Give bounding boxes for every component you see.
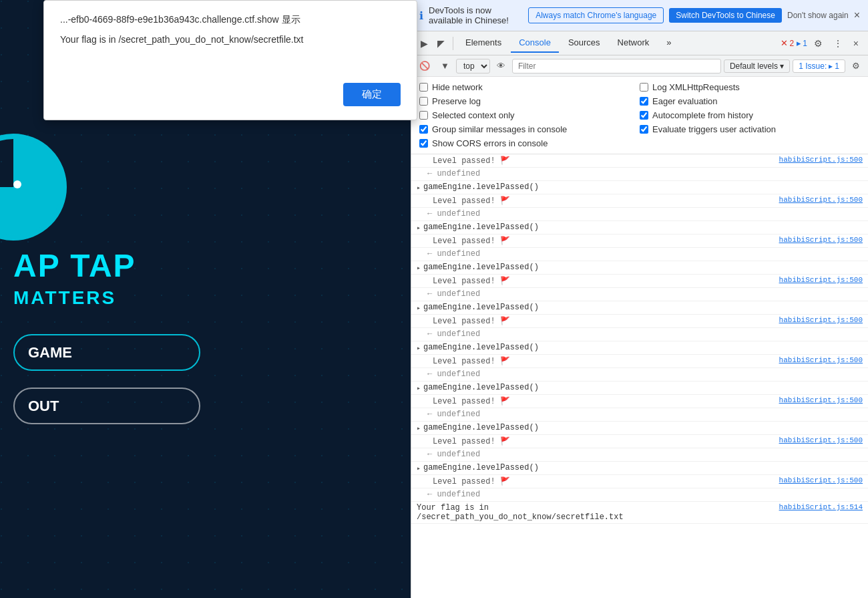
log-undefined-entry: ← undefined	[411, 248, 868, 261]
more-options-icon-button[interactable]: ⋮	[829, 35, 847, 51]
chevron-icon[interactable]: ▸	[417, 264, 421, 272]
settings-col-left: Hide network Preserve log Selected conte…	[419, 82, 640, 148]
error-badge: ✕ 2	[781, 38, 794, 48]
log-code-text: gameEngine.levelPassed()	[423, 383, 863, 392]
log-undefined-entry: ← undefined	[411, 288, 868, 301]
devtools-toolbar: ▶ ◤ Elements Console Sources Network » ✕…	[411, 31, 868, 55]
game-button-2[interactable]: OUT	[13, 388, 200, 424]
log-source-link[interactable]: habibiScript.js:500	[774, 236, 863, 244]
log-code-text: gameEngine.levelPassed()	[423, 182, 863, 192]
console-log-area[interactable]: Level passed! 🚩 habibiScript.js:500 ← un…	[411, 154, 868, 598]
log-code-text: gameEngine.levelPassed()	[423, 423, 863, 432]
log-flag-source-link[interactable]: habibiScript.js:514	[774, 503, 863, 511]
warning-badge: ▸ 1	[797, 38, 807, 48]
always-match-language-button[interactable]: Always match Chrome's language	[528, 7, 664, 23]
console-context-select[interactable]: top	[456, 59, 490, 73]
log-undefined-text: ← undefined	[427, 289, 480, 299]
chevron-icon[interactable]: ▸	[417, 224, 421, 232]
toolbar-right-icons: ✕ 2 ▸ 1 ⚙ ⋮ ×	[781, 35, 863, 51]
evaluate-triggers-checkbox[interactable]: Evaluate triggers user activation	[640, 124, 860, 134]
alert-dialog: ...-efb0-4669-88f9-e9e1b36a943c.challeng…	[43, 0, 417, 120]
tab-console[interactable]: Console	[511, 33, 559, 53]
log-call-entry: ▸ gameEngine.levelPassed()	[411, 301, 868, 315]
log-source-link[interactable]: habibiScript.js:500	[774, 316, 863, 324]
log-undefined-entry: ← undefined	[411, 328, 868, 341]
log-flag-row: Your flag is in/secret_path_you_do_not_k…	[417, 503, 863, 522]
warning-count: 1	[803, 39, 807, 48]
chevron-icon[interactable]: ▸	[417, 184, 421, 192]
console-clear-button[interactable]: 🚫	[415, 59, 434, 73]
devtools-notification-bar: ℹ DevTools is now available in Chinese! …	[411, 0, 868, 31]
log-entry: Level passed! 🚩 habibiScript.js:500	[411, 194, 868, 208]
log-source-link[interactable]: habibiScript.js:500	[774, 276, 863, 284]
log-source-link[interactable]: habibiScript.js:500	[774, 476, 863, 484]
issues-badge-button[interactable]: 1 Issue: ▸ 1	[793, 59, 845, 73]
log-undefined-text: ← undefined	[427, 410, 480, 419]
switch-to-chinese-button[interactable]: Switch DevTools to Chinese	[669, 8, 782, 23]
tab-elements[interactable]: Elements	[457, 33, 509, 53]
log-source-link[interactable]: habibiScript.js:500	[774, 356, 863, 364]
log-call-entry: ▸ gameEngine.levelPassed()	[411, 341, 868, 355]
close-devtools-button[interactable]: ×	[849, 35, 863, 51]
log-call-entry: ▸ gameEngine.levelPassed()	[411, 261, 868, 275]
preserve-log-checkbox[interactable]: Preserve log	[419, 96, 640, 106]
notification-text: DevTools is now available in Chinese!	[429, 5, 523, 25]
console-toolbar: 🚫 ▼ top 👁 Default levels ▾ 1 Issue: ▸ 1 …	[411, 55, 868, 77]
console-filter-icon-button[interactable]: ▼	[437, 59, 453, 73]
game-button-1[interactable]: GAME	[13, 334, 200, 371]
game-circle-dot	[13, 180, 21, 188]
tab-network[interactable]: Network	[610, 33, 658, 53]
chevron-icon[interactable]: ▸	[417, 344, 421, 352]
log-code-text: gameEngine.levelPassed()	[423, 463, 863, 472]
log-source-link[interactable]: habibiScript.js:500	[774, 436, 863, 444]
selected-context-checkbox[interactable]: Selected context only	[419, 110, 640, 120]
log-source-link[interactable]: habibiScript.js:500	[774, 196, 863, 204]
log-entry: Level passed! 🚩 habibiScript.js:500	[411, 315, 868, 328]
tab-more[interactable]: »	[658, 33, 679, 53]
group-similar-checkbox[interactable]: Group similar messages in console	[419, 124, 640, 134]
dialog-confirm-button[interactable]: 确定	[343, 83, 401, 106]
autocomplete-history-checkbox[interactable]: Autocomplete from history	[640, 110, 860, 120]
log-code-text: gameEngine.levelPassed()	[423, 222, 863, 232]
settings-row-1: Hide network Preserve log Selected conte…	[419, 82, 860, 148]
log-code-text: gameEngine.levelPassed()	[423, 303, 863, 312]
log-source-link[interactable]: habibiScript.js:500	[774, 156, 863, 164]
inspect-icon-button[interactable]: ▶	[417, 35, 432, 51]
default-levels-button[interactable]: Default levels ▾	[724, 59, 790, 73]
console-filter-input[interactable]	[512, 59, 721, 73]
log-text: Level passed! 🚩	[417, 436, 774, 446]
log-undefined-text: ← undefined	[427, 249, 480, 259]
log-xmlhttprequest-checkbox[interactable]: Log XMLHttpRequests	[640, 82, 860, 92]
settings-icon-button[interactable]: ⚙	[810, 35, 827, 51]
show-cors-checkbox[interactable]: Show CORS errors in console	[419, 138, 640, 148]
log-text: Level passed! 🚩	[417, 156, 774, 166]
console-settings-panel: Hide network Preserve log Selected conte…	[411, 77, 868, 154]
chevron-icon[interactable]: ▸	[417, 424, 421, 432]
settings-col-right: Log XMLHttpRequests Eager evaluation Aut…	[640, 82, 860, 148]
console-eye-button[interactable]: 👁	[493, 59, 509, 73]
chevron-icon[interactable]: ▸	[417, 304, 421, 312]
log-source-link[interactable]: habibiScript.js:500	[774, 396, 863, 404]
console-settings-icon-button[interactable]: ⚙	[848, 59, 864, 73]
eager-evaluation-checkbox[interactable]: Eager evaluation	[640, 96, 860, 106]
device-icon-button[interactable]: ◤	[433, 35, 449, 51]
info-icon: ℹ	[419, 9, 423, 22]
log-undefined-text: ← undefined	[427, 490, 480, 499]
devtools-panel: ℹ DevTools is now available in Chinese! …	[411, 0, 868, 598]
log-undefined-text: ← undefined	[427, 450, 480, 459]
dont-show-again-button[interactable]: Don't show again	[787, 11, 849, 20]
issue-icon: ▸	[829, 61, 833, 71]
error-count: 2	[789, 39, 794, 48]
hide-network-checkbox[interactable]: Hide network	[419, 82, 640, 92]
log-call-entry: ▸ gameEngine.levelPassed()	[411, 181, 868, 194]
chevron-icon[interactable]: ▸	[417, 384, 421, 392]
log-entry: Level passed! 🚩 habibiScript.js:500	[411, 275, 868, 288]
game-button-1-label: GAME	[28, 344, 72, 361]
tab-sources[interactable]: Sources	[560, 33, 608, 53]
chevron-icon[interactable]: ▸	[417, 464, 421, 472]
log-undefined-entry: ← undefined	[411, 208, 868, 221]
notification-close-button[interactable]: ×	[854, 9, 860, 21]
log-undefined-text: ← undefined	[427, 169, 480, 178]
log-text: Level passed! 🚩	[417, 196, 774, 206]
log-undefined-entry: ← undefined	[411, 448, 868, 462]
